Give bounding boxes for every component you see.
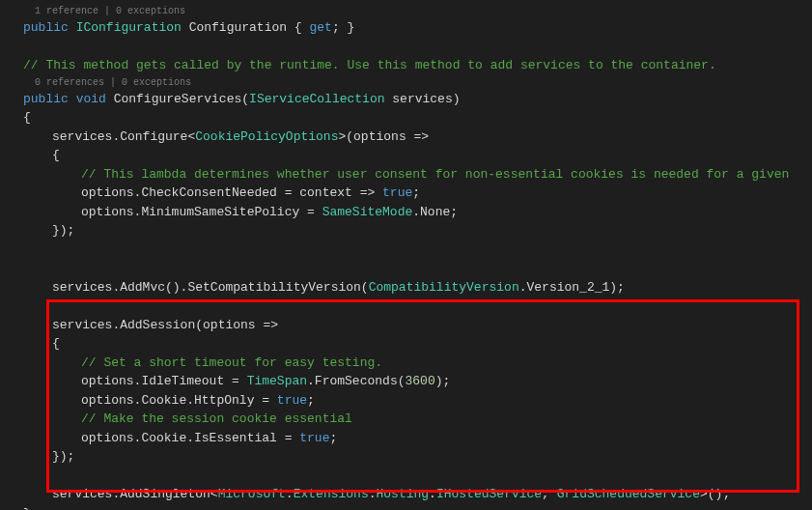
blank-line	[12, 259, 812, 278]
code-line: options.Cookie.IsEssential = true;	[12, 429, 812, 448]
code-line: options.CheckConsentNeeded = context => …	[12, 184, 812, 203]
code-lens-2[interactable]: 0 references | 0 exceptions	[23, 75, 812, 90]
blank-line	[12, 467, 812, 486]
code-line: {	[12, 108, 812, 128]
code-line: // This method gets called by the runtim…	[12, 56, 812, 75]
code-line: options.MinimumSameSitePolicy = SameSite…	[12, 203, 812, 222]
code-line: services.AddSession(options =>	[12, 316, 812, 335]
code-lens-1[interactable]: 1 reference | 0 exceptions	[23, 4, 812, 18]
blank-line	[12, 241, 812, 260]
code-line: public IConfiguration Configuration { ge…	[12, 18, 812, 38]
code-line: services.AddMvc().SetCompatibilityVersio…	[12, 278, 812, 298]
blank-line	[12, 38, 812, 57]
code-line: // Set a short timeout for easy testing.	[12, 354, 812, 373]
code-line: // Make the session cookie essential	[12, 410, 812, 429]
code-line: {	[12, 146, 812, 165]
code-editor[interactable]: 1 reference | 0 exceptions public IConfi…	[0, 4, 812, 510]
blank-line	[12, 297, 812, 316]
code-line: });	[12, 447, 812, 467]
code-line: });	[12, 221, 812, 241]
code-line: // This lambda determines whether user c…	[12, 165, 812, 184]
code-line: }	[12, 504, 812, 511]
code-line: options.Cookie.HttpOnly = true;	[12, 391, 812, 411]
code-line: options.IdleTimeout = TimeSpan.FromSecon…	[12, 372, 812, 391]
code-line: public void ConfigureServices(IServiceCo…	[12, 90, 812, 109]
code-line: services.Configure<CookiePolicyOptions>(…	[12, 128, 812, 147]
code-line: {	[12, 334, 812, 354]
code-line: services.AddSingleton<Microsoft.Extensio…	[12, 485, 812, 504]
